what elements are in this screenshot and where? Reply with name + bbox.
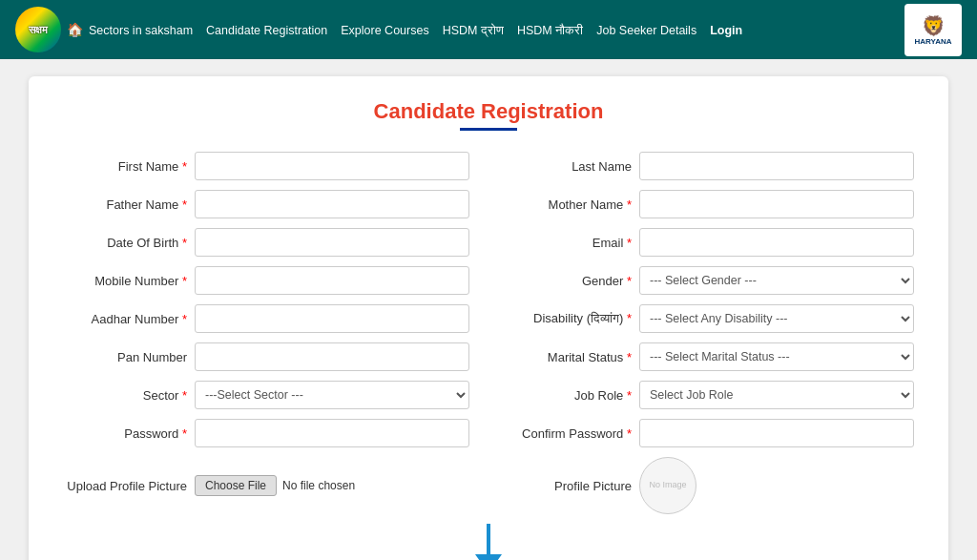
arrow-section [63, 524, 914, 560]
confirm-password-row: Confirm Password * [508, 419, 914, 447]
marital-label: Marital Status * [508, 350, 632, 364]
file-input-wrapper: Choose File No file chosen [195, 475, 469, 496]
mother-name-row: Mother Name * [508, 190, 914, 218]
dob-label: Date Of Birth * [63, 236, 187, 250]
svg-marker-1 [475, 554, 502, 560]
password-row: Password * [63, 419, 469, 447]
profile-pic-preview: No Image [639, 457, 696, 514]
pan-label: Pan Number [63, 350, 187, 364]
gender-row: Gender * --- Select Gender --- Male Fema… [508, 266, 914, 295]
profile-pic-label: Profile Picture [508, 479, 632, 493]
sector-row: Sector * ---Select Sector --- [63, 381, 469, 409]
disability-row: Disability (दिव्यांग) * --- Select Any D… [508, 304, 914, 333]
sector-select[interactable]: ---Select Sector --- [195, 381, 469, 409]
home-icon[interactable]: 🏠 [67, 22, 83, 37]
aadhar-row: Aadhar Number * [63, 304, 469, 333]
pan-input[interactable] [195, 342, 469, 371]
aadhar-label: Aadhar Number * [63, 312, 187, 326]
disability-label: Disability (दिव्यांग) * [508, 311, 632, 326]
nav-hsdm-drone[interactable]: HSDM द्रोण [443, 24, 504, 37]
file-no-chosen-text: No file chosen [282, 479, 355, 492]
gender-label: Gender * [508, 274, 632, 288]
upload-label: Upload Profile Picture [63, 479, 187, 493]
gender-select[interactable]: --- Select Gender --- Male Female Other [639, 266, 914, 295]
dob-input[interactable] [195, 228, 469, 257]
mobile-input[interactable] [195, 266, 469, 295]
first-name-row: First Name * [63, 152, 469, 180]
form-grid: First Name * Last Name Father Name * [63, 152, 914, 514]
jobrole-label: Job Role * [508, 388, 632, 403]
nav-job-seeker[interactable]: Job Seeker Details [596, 24, 696, 37]
email-label: Email * [508, 236, 632, 250]
father-name-input[interactable] [195, 190, 469, 218]
navbar-left: सक्षम 🏠 Sectors in saksham Candidate Reg… [15, 7, 742, 52]
last-name-row: Last Name [508, 152, 914, 180]
last-name-input[interactable] [639, 152, 914, 180]
nav-sectors[interactable]: Sectors in saksham [89, 24, 193, 37]
down-arrow-icon [469, 524, 508, 560]
disability-select[interactable]: --- Select Any Disability --- Yes No [639, 304, 914, 333]
nav-explore-courses[interactable]: Explore Courses [341, 24, 428, 37]
form-title: Candidate Registration [63, 99, 914, 124]
email-row: Email * [508, 228, 914, 257]
first-name-label: First Name * [63, 159, 187, 174]
saksham-logo: सक्षम [15, 7, 61, 52]
jobrole-row: Job Role * Select Job Role [508, 381, 914, 409]
jobrole-select[interactable]: Select Job Role [639, 381, 914, 409]
confirm-password-input[interactable] [639, 419, 914, 447]
email-input[interactable] [639, 228, 914, 257]
confirm-password-label: Confirm Password * [508, 426, 632, 441]
mother-name-label: Mother Name * [508, 197, 632, 212]
sector-label: Sector * [63, 388, 187, 403]
father-name-label: Father Name * [63, 197, 187, 212]
nav-hsdm-naukri[interactable]: HSDM नौकरी [517, 24, 583, 37]
mother-name-input[interactable] [639, 190, 914, 218]
nav-candidate-reg[interactable]: Candidate Registration [206, 24, 327, 37]
marital-select[interactable]: --- Select Marital Status --- Single Mar… [639, 342, 914, 371]
nav-login[interactable]: Login [710, 24, 742, 37]
password-input[interactable] [195, 419, 469, 447]
choose-file-button[interactable]: Choose File [195, 475, 277, 496]
navbar: सक्षम 🏠 Sectors in saksham Candidate Reg… [0, 0, 977, 59]
first-name-input[interactable] [195, 152, 469, 180]
mobile-label: Mobile Number * [63, 274, 187, 288]
pan-row: Pan Number [63, 342, 469, 371]
form-container: Candidate Registration First Name * Last… [29, 76, 948, 560]
dob-row: Date Of Birth * [63, 228, 469, 257]
mobile-row: Mobile Number * [63, 266, 469, 295]
last-name-label: Last Name [508, 159, 632, 174]
nav-links: Sectors in saksham Candidate Registratio… [89, 21, 742, 38]
father-name-row: Father Name * [63, 190, 469, 218]
marital-row: Marital Status * --- Select Marital Stat… [508, 342, 914, 371]
form-title-underline [460, 128, 517, 131]
profile-pic-row: Profile Picture No Image [508, 457, 914, 514]
main-wrapper: Candidate Registration First Name * Last… [0, 59, 977, 560]
upload-profile-row: Upload Profile Picture Choose File No fi… [63, 457, 469, 514]
haryana-logo: 🦁 HARYANA [904, 4, 962, 56]
aadhar-input[interactable] [195, 304, 469, 333]
password-label: Password * [63, 426, 187, 441]
